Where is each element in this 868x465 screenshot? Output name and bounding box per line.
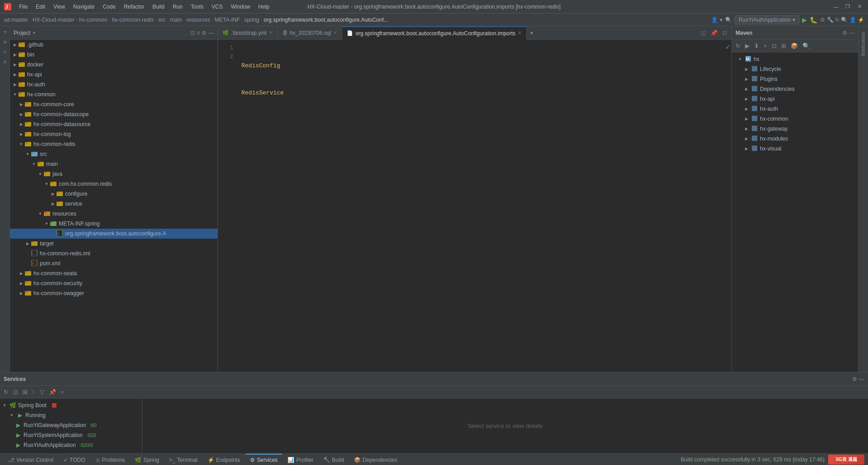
expand-all-icon[interactable]: ≡ bbox=[197, 30, 200, 36]
breadcrumb-item-8[interactable]: spring bbox=[245, 17, 259, 23]
services-filter-icon[interactable]: ▽ bbox=[38, 388, 46, 396]
services-system-app[interactable]: ▶ RuoYiSystemApplication :920 bbox=[0, 430, 142, 440]
maven-collapse-icon[interactable]: ⊡ bbox=[770, 42, 778, 50]
tab-close-icon[interactable]: ✕ bbox=[518, 30, 522, 36]
maven-run-icon[interactable]: ▶ bbox=[743, 42, 751, 50]
breadcrumb-item-2[interactable]: hx-common bbox=[79, 17, 108, 23]
maven-item-lifecycle[interactable]: ▶Lifecycle bbox=[732, 64, 858, 74]
menu-window[interactable]: Window bbox=[227, 3, 254, 11]
breadcrumb-item-5[interactable]: main bbox=[170, 17, 182, 23]
stop-icon[interactable] bbox=[52, 403, 57, 408]
tab-problems[interactable]: ⚠ Problems bbox=[91, 454, 130, 465]
maximize-button[interactable]: ❐ bbox=[843, 2, 853, 12]
tree-item-com-hx-common-redis[interactable]: ▼com.hx.common.redis bbox=[10, 179, 217, 189]
maven-expand-icon[interactable]: ⊞ bbox=[779, 42, 788, 50]
tab-todo[interactable]: ✓ TODO bbox=[59, 454, 90, 465]
tree-item-src[interactable]: ▼src bbox=[10, 149, 217, 159]
menu-vcs[interactable]: VCS bbox=[208, 3, 226, 11]
menu-run[interactable]: Run bbox=[169, 3, 186, 11]
tree-item-hx-common-datasource[interactable]: ▶hx-common-datasource bbox=[10, 119, 217, 129]
project-icon[interactable]: P bbox=[1, 28, 9, 36]
tree-item-META-INF-spring[interactable]: ▼META-INF.spring bbox=[10, 219, 217, 229]
code-editor[interactable]: RedisConfig RedisService bbox=[236, 40, 724, 372]
bookmarks-icon[interactable]: B bbox=[1, 38, 9, 46]
tree-item-hx-common-seata[interactable]: ▶hx-common-seata bbox=[10, 268, 217, 278]
tree-item-configure[interactable]: ▶configure bbox=[10, 189, 217, 199]
menu-refactor[interactable]: Refactor bbox=[120, 3, 148, 11]
tab-endpoints[interactable]: ⚡ Endpoints bbox=[203, 454, 245, 465]
tree-item-autoconfiguration-imports[interactable]: ✦org.springframework.boot.autoconfigure.… bbox=[10, 229, 217, 239]
tree-item-github[interactable]: ▶.github bbox=[10, 40, 217, 50]
tree-item-hx-common-log[interactable]: ▶hx-common-log bbox=[10, 129, 217, 139]
hide-icon[interactable]: — bbox=[208, 30, 214, 36]
tree-item-java[interactable]: ▼java bbox=[10, 169, 217, 179]
menu-tools[interactable]: Tools bbox=[187, 3, 207, 11]
maven-refresh-icon[interactable]: ↻ bbox=[734, 42, 742, 50]
tree-item-pom-xml[interactable]: Xpom.xml bbox=[10, 258, 217, 268]
tree-item-docker[interactable]: ▶docker bbox=[10, 60, 217, 70]
maven-hide-icon[interactable]: — bbox=[849, 30, 854, 36]
services-gateway-app[interactable]: ▶ RuoYiGatewayApplication :80 bbox=[0, 420, 142, 430]
menu-code[interactable]: Code bbox=[99, 3, 119, 11]
tab-dependencies[interactable]: 📦 Dependencies bbox=[349, 454, 402, 465]
services-settings-icon[interactable]: ⚙ bbox=[852, 376, 857, 382]
tree-item-hx-common-redis[interactable]: ▼hx-common-redis bbox=[10, 139, 217, 149]
tree-item-service[interactable]: ▶service bbox=[10, 199, 217, 209]
services-pin-icon[interactable]: 📌 bbox=[47, 388, 58, 396]
tree-item-resources[interactable]: ▼resources bbox=[10, 209, 217, 219]
notifications-icon[interactable]: N bbox=[1, 58, 9, 66]
services-spring-boot[interactable]: ▼ 🌿 Spring Boot bbox=[0, 400, 142, 410]
breadcrumb-item-1[interactable]: HX-Cloud-master bbox=[33, 17, 75, 23]
maven-item-hx-modules-m[interactable]: ▶hx-modules bbox=[732, 134, 858, 144]
tree-item-hx-common[interactable]: ▼hx-common bbox=[10, 89, 217, 99]
tab-close-icon[interactable]: ✕ bbox=[269, 30, 273, 36]
maven-item-hx[interactable]: ▼Mhx bbox=[732, 54, 858, 64]
tab-overflow-button[interactable]: ▾ bbox=[527, 30, 537, 36]
maven-item-dependencies[interactable]: ▶Dependencies bbox=[732, 84, 858, 94]
debug-button[interactable]: 🐛 bbox=[810, 16, 817, 23]
maven-settings-icon[interactable]: ⚙ bbox=[842, 30, 847, 36]
maven-download-icon[interactable]: ⬇ bbox=[752, 42, 761, 50]
maven-deps-icon[interactable]: 📦 bbox=[789, 42, 800, 50]
vcs-icon[interactable]: 👤 ▾ bbox=[711, 17, 722, 23]
tab-bootstrap[interactable]: 🌿 .\bootstrap.yml ✕ bbox=[218, 26, 278, 40]
services-add-icon[interactable]: + bbox=[59, 388, 66, 396]
tree-item-hx-common-core[interactable]: ▶hx-common-core bbox=[10, 99, 217, 109]
maven-search-icon[interactable]: 🔍 bbox=[801, 42, 811, 50]
tree-item-hx-auth[interactable]: ▶hx-auth bbox=[10, 80, 217, 89]
breadcrumb-item-4[interactable]: src bbox=[158, 17, 165, 23]
close-button[interactable]: ✕ bbox=[854, 2, 864, 12]
tab-build[interactable]: 🔨 Build bbox=[319, 454, 349, 465]
tree-item-hx-common-redis-iml[interactable]: ihx-common-redis.iml bbox=[10, 249, 217, 258]
pin-tab-icon[interactable]: 📌 bbox=[709, 29, 719, 37]
menu-edit[interactable]: Edit bbox=[32, 3, 49, 11]
services-running-group[interactable]: ▼ ▶ Running bbox=[0, 410, 142, 420]
tree-item-target[interactable]: ▶target bbox=[10, 239, 217, 249]
menu-view[interactable]: View bbox=[50, 3, 69, 11]
tab-profiler[interactable]: 📊 Profiler bbox=[283, 454, 318, 465]
services-refresh-icon[interactable]: ↻ bbox=[2, 388, 10, 396]
menu-build[interactable]: Build bbox=[149, 3, 168, 11]
tab-spring[interactable]: 🌿 Spring bbox=[130, 454, 164, 465]
services-group-icon[interactable]: ⫶ bbox=[30, 388, 37, 396]
tree-item-bin[interactable]: ▶bin bbox=[10, 50, 217, 60]
maven-item-hx-api-m[interactable]: ▶hx-api bbox=[732, 94, 858, 104]
services-expand-icon[interactable]: ⊞ bbox=[21, 388, 29, 396]
notifications-tab[interactable]: Notifications bbox=[860, 28, 867, 60]
maven-item-plugins[interactable]: ▶Plugins bbox=[732, 74, 858, 84]
tab-services[interactable]: ⚙ Services bbox=[245, 454, 282, 465]
menu-file[interactable]: File bbox=[15, 3, 31, 11]
services-collapse-icon[interactable]: ⊡ bbox=[11, 388, 20, 396]
project-dropdown-icon[interactable]: ▾ bbox=[33, 30, 35, 35]
breadcrumb-item-9[interactable]: org.springframework.boot.autoconfigure.A… bbox=[264, 17, 388, 23]
tab-close-icon[interactable]: ✕ bbox=[333, 30, 337, 36]
toolbar-icons[interactable]: ⚙ 🔧 ↻ 🔍 👤 ⚡ bbox=[820, 17, 864, 23]
tree-item-hx-common-swagger[interactable]: ▶hx-common-swagger bbox=[10, 288, 217, 298]
search-icon[interactable]: 🔍 bbox=[725, 17, 732, 23]
tab-terminal[interactable]: >_ Terminal bbox=[165, 454, 202, 465]
tree-item-main[interactable]: ▼main bbox=[10, 159, 217, 169]
maven-add-icon[interactable]: + bbox=[762, 42, 769, 50]
project-settings-icon[interactable]: ⚙ bbox=[202, 30, 207, 36]
maven-item-hx-gateway-m[interactable]: ▶hx-gateway bbox=[732, 124, 858, 134]
maven-item-hx-common-m[interactable]: ▶hx-common bbox=[732, 114, 858, 124]
